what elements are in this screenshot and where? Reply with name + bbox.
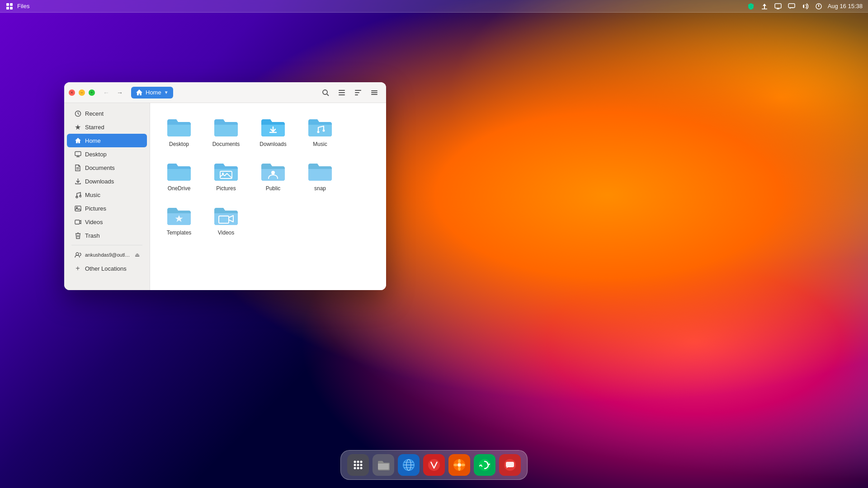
sidebar-item-home[interactable]: Home: [67, 134, 147, 147]
sidebar: Recent ★ Starred Home: [64, 103, 150, 290]
view-options-button[interactable]: [351, 85, 365, 100]
tray-power-icon[interactable]: [814, 2, 823, 11]
svg-rect-0: [6, 3, 9, 6]
main-content: Recent ★ Starred Home: [64, 103, 386, 290]
sidebar-label-account: ankushdas9@outlook.com: [85, 252, 131, 258]
sidebar-item-music[interactable]: Music: [67, 188, 147, 202]
tray-display-icon[interactable]: [774, 2, 783, 11]
dock-messaging-button[interactable]: [499, 454, 521, 476]
sidebar-separator: [71, 245, 142, 245]
home-sidebar-icon: [74, 137, 81, 144]
sidebar-label-other-locations: Other Locations: [85, 265, 127, 272]
forward-button[interactable]: →: [114, 87, 126, 99]
file-item-videos[interactable]: Videos: [204, 199, 248, 239]
file-name-videos: Videos: [218, 230, 234, 236]
dock-update-button[interactable]: [474, 454, 495, 476]
file-item-onedrive[interactable]: OneDrive: [157, 155, 201, 195]
file-item-music[interactable]: Music: [298, 110, 342, 151]
search-icon: [322, 89, 329, 96]
folder-icon-onedrive: [165, 158, 193, 183]
folder-icon-videos: [212, 202, 241, 228]
menu-button[interactable]: [367, 85, 382, 100]
svg-rect-4: [762, 9, 767, 9]
file-name-public: Public: [266, 185, 281, 192]
eject-icon[interactable]: ⏏: [135, 252, 140, 258]
sidebar-item-trash[interactable]: Trash: [67, 229, 147, 242]
sidebar-label-documents: Documents: [85, 164, 115, 171]
titlebar-actions: [318, 85, 382, 100]
chevron-down-icon: ▼: [164, 90, 169, 95]
svg-point-48: [357, 464, 359, 466]
svg-point-58: [428, 459, 440, 471]
sidebar-item-network-account[interactable]: ankushdas9@outlook.com ⏏: [67, 248, 147, 262]
tray-shield-icon[interactable]: [746, 2, 755, 11]
dock-files-button[interactable]: [373, 454, 394, 476]
workspace-icon[interactable]: [5, 2, 14, 10]
svg-rect-5: [775, 4, 781, 8]
view-list-button[interactable]: [335, 85, 349, 100]
folder-icon-desktop: [165, 114, 193, 139]
svg-point-50: [354, 467, 356, 469]
folder-icon-documents: [212, 114, 241, 139]
svg-rect-2: [6, 7, 9, 9]
file-name-desktop: Desktop: [169, 141, 189, 147]
taskbar-left: Files: [5, 2, 29, 10]
sidebar-item-pictures[interactable]: Pictures: [67, 202, 147, 215]
tray-volume-icon[interactable]: [801, 2, 810, 11]
location-button[interactable]: Home ▼: [131, 87, 173, 99]
back-button[interactable]: ←: [100, 87, 112, 99]
svg-line-12: [327, 94, 329, 96]
sidebar-item-videos[interactable]: Videos: [67, 215, 147, 229]
file-manager-window: ✕ − + ← → Home ▼: [64, 82, 386, 290]
svg-rect-1: [10, 3, 13, 6]
view-options-icon: [354, 89, 362, 96]
svg-point-52: [360, 467, 363, 469]
dock-vivaldi-button[interactable]: [423, 454, 445, 476]
tray-upload-icon[interactable]: [760, 2, 769, 11]
close-button[interactable]: ✕: [69, 89, 75, 96]
file-item-documents[interactable]: Documents: [204, 110, 248, 151]
svg-rect-23: [75, 151, 81, 155]
sidebar-label-pictures: Pictures: [85, 205, 106, 212]
sidebar-label-desktop: Desktop: [85, 151, 107, 158]
file-name-pictures: Pictures: [216, 185, 236, 192]
music-sidebar-icon: [74, 191, 81, 198]
trash-sidebar-icon: [74, 232, 81, 239]
file-item-public[interactable]: Public: [251, 155, 295, 195]
restore-button[interactable]: +: [89, 89, 95, 96]
sidebar-label-downloads: Downloads: [85, 178, 114, 185]
sidebar-item-starred[interactable]: ★ Starred: [67, 120, 147, 134]
file-item-snap[interactable]: snap: [298, 155, 342, 195]
svg-rect-20: [371, 92, 377, 93]
search-button[interactable]: [318, 85, 333, 100]
folder-icon-downloads: [259, 114, 288, 139]
file-item-desktop[interactable]: Desktop: [157, 110, 201, 151]
sidebar-item-other-locations[interactable]: + Other Locations: [67, 262, 147, 275]
documents-sidebar-icon: [74, 164, 81, 171]
folder-icon-templates: [165, 202, 193, 228]
svg-rect-16: [355, 90, 361, 91]
cloud-account-icon: [74, 251, 81, 258]
sidebar-item-documents[interactable]: Documents: [67, 161, 147, 174]
sidebar-item-downloads[interactable]: Downloads: [67, 174, 147, 188]
dock-browser-button[interactable]: [398, 454, 420, 476]
svg-point-62: [458, 466, 461, 471]
file-name-documents: Documents: [212, 141, 240, 147]
file-item-templates[interactable]: Templates: [157, 199, 201, 239]
svg-point-61: [458, 459, 461, 464]
folder-icon-pictures: [212, 158, 241, 183]
file-item-pictures[interactable]: Pictures: [204, 155, 248, 195]
sidebar-item-desktop[interactable]: Desktop: [67, 147, 147, 161]
sidebar-item-recent[interactable]: Recent: [67, 107, 147, 120]
files-area: Desktop Documents: [150, 103, 386, 290]
file-item-downloads[interactable]: Downloads: [251, 110, 295, 151]
dock-apps-button[interactable]: [347, 454, 369, 476]
dock-kolibri-button[interactable]: [448, 454, 470, 476]
svg-point-64: [461, 464, 465, 466]
tray-chat-icon[interactable]: [787, 2, 796, 11]
files-grid: Desktop Documents: [157, 110, 379, 239]
nav-buttons: ← →: [100, 87, 126, 99]
taskbar-right: Aug 16 15:38: [746, 2, 863, 11]
svg-point-60: [458, 463, 461, 467]
minimize-button[interactable]: −: [79, 89, 85, 96]
